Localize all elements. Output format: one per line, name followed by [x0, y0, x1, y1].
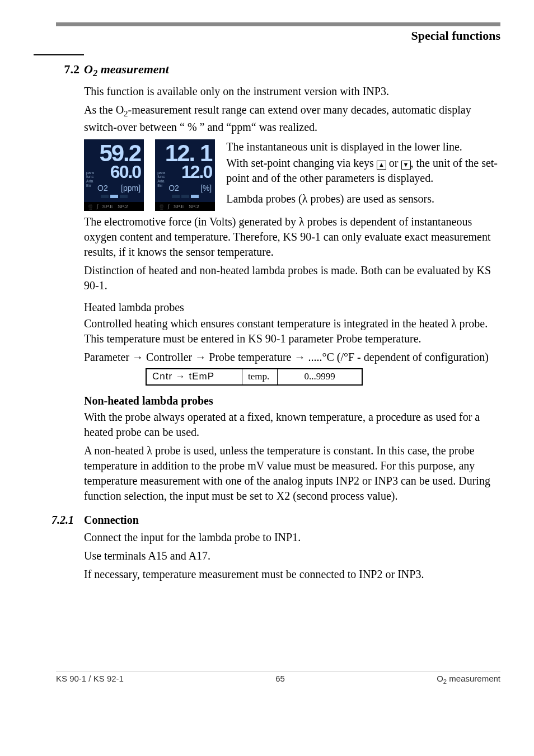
lcd2-side-3: Err [157, 184, 165, 188]
lcd2-unit-left: O2 [168, 183, 179, 194]
lcd1-unit-left: O2 [97, 183, 108, 194]
lcd2-unit-right: [%] [200, 183, 212, 194]
body2-p1: The electromotive force (in Volts) gener… [84, 214, 500, 260]
section-overline [34, 54, 84, 55]
lcd2-f0: ░ [160, 203, 163, 210]
fig-t3: Lambda probes (λ probes) are used as sen… [226, 191, 500, 206]
page-header-title: Special functions [56, 27, 500, 44]
lcd1-f3: SP.2 [118, 203, 128, 210]
param-cell-3: 0...9999 [278, 369, 363, 385]
lcd1-row3: O2 [ppm] [87, 183, 140, 194]
heated-p2: Parameter → Controller → Probe temperatu… [84, 350, 500, 365]
header-divider [56, 22, 500, 26]
lcd1-unit-right: [ppm] [121, 183, 140, 194]
section-title: O2 measurement [84, 61, 169, 80]
lcd1-side-0: para [86, 171, 94, 175]
lcd1-f0: ░ [88, 203, 92, 210]
fig-t2a: With set-point changing via keys [226, 157, 377, 169]
fig-t1: The instantaneous unit is displayed in t… [226, 139, 500, 154]
lcd2-footer: ░ ∫ SP.E SP.2 [155, 202, 215, 211]
fig-t2b: or [386, 157, 401, 169]
figure-caption: The instantaneous unit is displayed in t… [226, 139, 500, 208]
lcd1-footer: ░ ∫ SP.E SP.2 [84, 202, 144, 211]
lcd1-side-1: func [86, 175, 94, 179]
lcd1-bars [87, 195, 140, 198]
intro-p2-post: -measurement result range can extend ove… [84, 104, 471, 133]
figure-row: para func Ada Err 59.2 60.0 O2 [ppm] ░ ∫… [84, 139, 500, 211]
footer-right-post: measurement [447, 674, 500, 683]
key-up-icon: ▲ [377, 161, 386, 170]
lcd2-f3: SP.2 [189, 203, 199, 210]
body2-p2: Distinction of heated and non-heated lam… [84, 263, 500, 293]
intro-p2-sub: 2 [124, 109, 128, 118]
lcd2-side-2: Ada [157, 179, 165, 184]
footer-center: 65 [275, 673, 285, 686]
footer-right-pre: O [437, 674, 443, 683]
lcd2-side-0: para [157, 171, 165, 175]
lcd1-side-2: Ada [86, 179, 94, 184]
subsection-heading: 7.2.1 Connection [56, 513, 500, 528]
page-footer: KS 90-1 / KS 92-1 65 O2 measurement [56, 672, 500, 686]
lcd2-big: 12. 1 [158, 143, 212, 164]
nonheated-title: Non-heated lambda probes [84, 393, 500, 408]
lcd1-med: 60.0 [87, 163, 140, 180]
fig-t2: With set-point changing via keys ▲ or ▼,… [226, 156, 500, 186]
intro-p2-pre: As the O [84, 104, 124, 116]
subsection-p2: Use terminals A15 and A17. [84, 548, 500, 564]
lcd1-big: 59.2 [87, 143, 140, 164]
heated-title: Heated lambda probes [84, 300, 500, 315]
subsection-number: 7.2.1 [51, 513, 84, 528]
lcd-percent: para func Ada Err 12. 1 12.0 O2 [%] ░ ∫ … [155, 139, 215, 211]
subsection-p1: Connect the input for the lambda probe t… [84, 530, 500, 545]
section-number: 7.2 [56, 61, 84, 78]
subsection-title: Connection [84, 513, 139, 528]
section-title-pre: O [84, 62, 93, 76]
lcd-ppm: para func Ada Err 59.2 60.0 O2 [ppm] ░ ∫… [84, 139, 144, 211]
intro-p1: This function is available only on the i… [84, 84, 500, 99]
param-table-wrap: Cntr → tEmP temp. 0...9999 [146, 368, 500, 386]
lcd1-f2: SP.E [102, 203, 113, 210]
lcd2-row3: O2 [%] [158, 183, 212, 194]
param-cell-1: Cntr → tEmP [146, 369, 242, 385]
section-heading: 7.2 O2 measurement [56, 61, 500, 80]
section-title-sub: 2 [93, 68, 97, 78]
nonheated-p1: With the probe always operated at a fixe… [84, 410, 500, 440]
lcd2-f1: ∫ [168, 203, 169, 210]
lcd2-med: 12.0 [158, 163, 212, 180]
lcd2-bars [158, 195, 212, 198]
lcd1-side-3: Err [86, 184, 94, 188]
lcd1-side: para func Ada Err [86, 171, 94, 188]
lcd2-side-1: func [157, 175, 165, 179]
footer-left: KS 90-1 / KS 92-1 [56, 673, 124, 686]
heated-p1: Controlled heating which ensures constan… [84, 316, 500, 346]
lcd1-f1: ∫ [96, 203, 97, 210]
subsection-p3: If necessary, temperature measurement mu… [84, 567, 500, 582]
lcd2-side: para func Ada Err [157, 171, 165, 188]
lcd2-f2: SP.E [174, 203, 184, 210]
footer-right: O2 measurement [437, 673, 500, 686]
param-table: Cntr → tEmP temp. 0...9999 [146, 368, 363, 386]
intro-p2: As the O2-measurement result range can e… [84, 102, 500, 134]
nonheated-p2: A non-heated λ probe is used, unless the… [84, 443, 500, 504]
section-title-post: measurement [97, 62, 169, 76]
key-down-icon: ▼ [401, 161, 411, 170]
param-cell-2: temp. [242, 369, 278, 385]
